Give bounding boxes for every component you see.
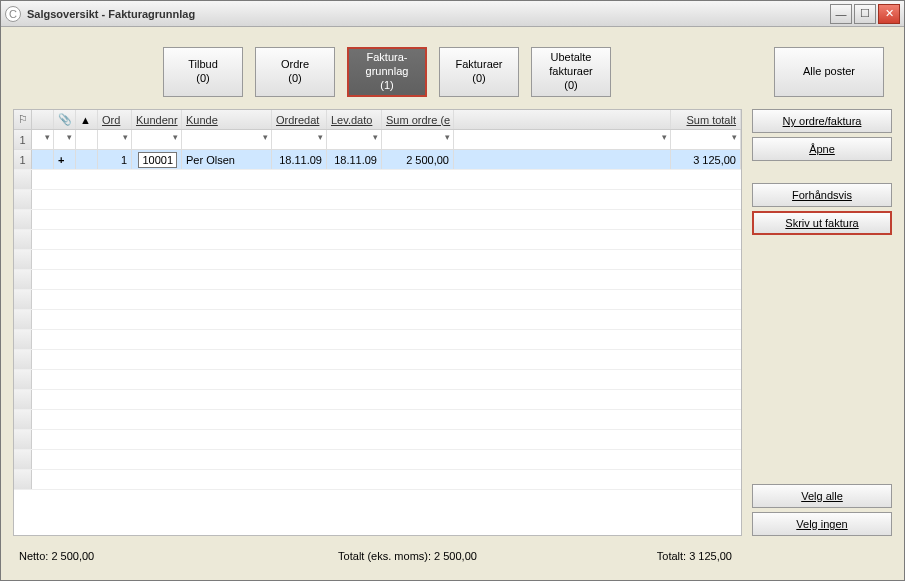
flag-icon[interactable]: ⚐ bbox=[14, 110, 32, 129]
tab-tilbud[interactable]: Tilbud (0) bbox=[163, 47, 243, 97]
tab-label-line2: fakturaer bbox=[549, 65, 592, 79]
tab-ubetalte-fakturaer[interactable]: Ubetalte fakturaer (0) bbox=[531, 47, 611, 97]
tab-label-line2: grunnlag bbox=[366, 65, 409, 79]
tab-count: (0) bbox=[472, 72, 485, 86]
filter-kundenr[interactable] bbox=[132, 130, 182, 149]
grid-filter-row: 1 bbox=[14, 130, 741, 150]
filter-clip[interactable] bbox=[54, 130, 76, 149]
col-ord[interactable]: Ord bbox=[98, 110, 132, 129]
print-invoice-button[interactable]: Skriv ut faktura bbox=[752, 211, 892, 235]
cell-kunde: Per Olsen bbox=[182, 150, 272, 169]
cell-blank1 bbox=[32, 150, 54, 169]
footer-totals: Netto: 2 500,00 Totalt (eks. moms): 2 50… bbox=[13, 544, 742, 568]
paperclip-icon[interactable]: 📎 bbox=[54, 110, 76, 129]
data-grid: ⚐ 📎 ▲ Ord Kundenr Kunde Ordredat Lev.dat… bbox=[13, 109, 742, 536]
preview-button[interactable]: Forhåndsvis bbox=[752, 183, 892, 207]
tab-label: Tilbud bbox=[188, 58, 218, 72]
col-filler bbox=[454, 110, 671, 129]
close-button[interactable]: ✕ bbox=[878, 4, 900, 24]
tab-label-line1: Ubetalte bbox=[551, 51, 592, 65]
col-blank1[interactable] bbox=[32, 110, 54, 129]
titlebar: C Salgsoversikt - Fakturagrunnlag — ☐ ✕ bbox=[1, 1, 904, 27]
tab-label-line1: Faktura- bbox=[367, 51, 408, 65]
app-window: C Salgsoversikt - Fakturagrunnlag — ☐ ✕ … bbox=[0, 0, 905, 581]
cell-levdato: 18.11.09 bbox=[327, 150, 382, 169]
main-row: ⚐ 📎 ▲ Ord Kundenr Kunde Ordredat Lev.dat… bbox=[13, 109, 892, 536]
tab-label: Alle poster bbox=[803, 65, 855, 79]
kundenr-value: 10001 bbox=[138, 152, 177, 168]
filter-levdato[interactable] bbox=[327, 130, 382, 149]
content-area: Tilbud (0) Ordre (0) Faktura- grunnlag (… bbox=[1, 27, 904, 580]
cell-sumordre: 2 500,00 bbox=[382, 150, 454, 169]
col-kunde[interactable]: Kunde bbox=[182, 110, 272, 129]
cell-sort bbox=[76, 150, 98, 169]
minimize-button[interactable]: — bbox=[830, 4, 852, 24]
footer-totalt-eks: Totalt (eks. moms): 2 500,00 bbox=[299, 550, 516, 562]
cell-sumtotal: 3 125,00 bbox=[671, 150, 741, 169]
side-button-column: Ny ordre/faktura Åpne Forhåndsvis Skriv … bbox=[752, 109, 892, 536]
cell-ord: 1 bbox=[98, 150, 132, 169]
footer-netto: Netto: 2 500,00 bbox=[19, 550, 279, 562]
filter-sumordre[interactable] bbox=[382, 130, 454, 149]
tab-fakturagrunnlag[interactable]: Faktura- grunnlag (1) bbox=[347, 47, 427, 97]
tab-alle-poster[interactable]: Alle poster bbox=[774, 47, 884, 97]
tab-count: (1) bbox=[380, 79, 393, 93]
maximize-button[interactable]: ☐ bbox=[854, 4, 876, 24]
table-row[interactable]: 1 + 1 10001 Per Olsen 18.11.09 18.11.09 … bbox=[14, 150, 741, 170]
tab-count: (0) bbox=[564, 79, 577, 93]
top-toolbar: Tilbud (0) Ordre (0) Faktura- grunnlag (… bbox=[13, 39, 892, 101]
cell-ordredat: 18.11.09 bbox=[272, 150, 327, 169]
filter-filler[interactable] bbox=[454, 130, 671, 149]
select-none-button[interactable]: Velg ingen bbox=[752, 512, 892, 536]
expand-icon[interactable]: + bbox=[54, 150, 76, 169]
select-all-button[interactable]: Velg alle bbox=[752, 484, 892, 508]
col-levdato[interactable]: Lev.dato bbox=[327, 110, 382, 129]
filter-ord[interactable] bbox=[98, 130, 132, 149]
tab-ordre[interactable]: Ordre (0) bbox=[255, 47, 335, 97]
tab-fakturaer[interactable]: Fakturaer (0) bbox=[439, 47, 519, 97]
filter-kunde[interactable] bbox=[182, 130, 272, 149]
filter-ordredat[interactable] bbox=[272, 130, 327, 149]
window-controls: — ☐ ✕ bbox=[830, 4, 900, 24]
col-sumtotal[interactable]: Sum totalt bbox=[671, 110, 741, 129]
app-icon: C bbox=[5, 6, 21, 22]
col-ordredat[interactable]: Ordredat bbox=[272, 110, 327, 129]
filter-sumtotal[interactable] bbox=[671, 130, 741, 149]
grid-header-row: ⚐ 📎 ▲ Ord Kundenr Kunde Ordredat Lev.dat… bbox=[14, 110, 741, 130]
col-sumordre[interactable]: Sum ordre (e bbox=[382, 110, 454, 129]
filter-sort bbox=[76, 130, 98, 149]
open-button[interactable]: Åpne bbox=[752, 137, 892, 161]
tab-count: (0) bbox=[288, 72, 301, 86]
row-number: 1 bbox=[14, 150, 32, 169]
sort-indicator-icon[interactable]: ▲ bbox=[76, 110, 98, 129]
cell-kundenr: 10001 bbox=[132, 150, 182, 169]
footer-totalt: Totalt: 3 125,00 bbox=[536, 550, 736, 562]
tab-count: (0) bbox=[196, 72, 209, 86]
tab-label: Fakturaer bbox=[455, 58, 502, 72]
tab-label: Ordre bbox=[281, 58, 309, 72]
new-order-button[interactable]: Ny ordre/faktura bbox=[752, 109, 892, 133]
window-title: Salgsoversikt - Fakturagrunnlag bbox=[27, 8, 830, 20]
filter-blank1[interactable] bbox=[32, 130, 54, 149]
col-kundenr[interactable]: Kundenr bbox=[132, 110, 182, 129]
cell-filler bbox=[454, 150, 671, 169]
grid-body[interactable]: 1 + 1 10001 Per Olsen 18.11.09 18.11.09 … bbox=[14, 150, 741, 535]
filter-rownum: 1 bbox=[14, 130, 32, 149]
